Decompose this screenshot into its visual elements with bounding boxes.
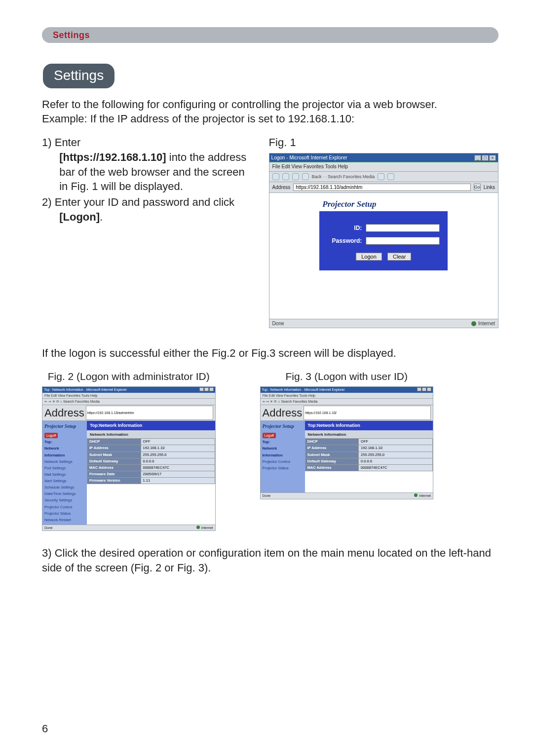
table-row: Default Gateway0.0.0.0 — [87, 458, 215, 464]
logon-buttons: Logon Clear — [327, 253, 440, 261]
sidebar-item[interactable]: Network Settings — [44, 459, 85, 464]
sidebar-item[interactable]: Security Settings — [44, 498, 85, 503]
minimize-icon[interactable] — [199, 387, 204, 391]
table-row: Subnet Mask255.255.255.0 — [305, 452, 433, 458]
ie-address-bar: Address Go Links — [269, 182, 498, 193]
sidebar-item[interactable]: Information — [44, 453, 85, 458]
fig3-main: Top:Network Information Network Informat… — [305, 421, 433, 492]
step-3: 3) Click the desired operation or config… — [42, 546, 498, 575]
steps-list: Enter [https://192.168.1.10] into the ad… — [42, 135, 254, 224]
fig2-address-input[interactable] — [86, 406, 213, 420]
sidebar-item[interactable]: Network — [263, 446, 303, 451]
id-row: ID: — [327, 224, 440, 232]
fig3-address-label: Address — [263, 406, 303, 420]
fig3-subheader: Network Information — [305, 430, 433, 439]
fig2-header: Top:Network Information — [87, 421, 215, 430]
projector-setup-title: Projector Setup — [319, 199, 448, 211]
intro-paragraph: Refer to the following for configuring o… — [42, 97, 498, 126]
step1-a: Enter — [55, 136, 81, 149]
table-row: IP Address192.168.1.10 — [87, 445, 215, 452]
fig2-caption: Fig. 2 (Logon with administrator ID) — [42, 370, 216, 383]
maximize-icon[interactable] — [204, 387, 209, 391]
ie-menubar[interactable]: File Edit View Favorites Tools Help — [269, 162, 498, 172]
step2-a: Enter your ID and password and click — [55, 196, 234, 208]
status-zone-label: Internet — [478, 320, 495, 327]
fig2-toolbar[interactable]: ⇐ ⇒ ✕ ⟳ ⌂ Search Favorites Media — [42, 399, 215, 405]
fig2-menubar[interactable]: File Edit View Favorites Tools Help — [42, 393, 215, 399]
links-label[interactable]: Links — [484, 184, 495, 191]
fig2-main: Top:Network Information Network Informat… — [87, 421, 215, 525]
maximize-icon[interactable] — [422, 387, 426, 391]
sidebar-item[interactable]: Network — [44, 446, 85, 451]
fig3-toolbar[interactable]: ⇐ ⇒ ✕ ⟳ ⌂ Search Favorites Media — [261, 399, 433, 405]
sidebar-item[interactable]: Projector Control — [44, 505, 85, 510]
logon-button[interactable]: Logon — [356, 253, 382, 261]
step1-url: [https://192.168.1.10] — [59, 151, 166, 163]
fig2-table: DHCPOFF IP Address192.168.1.10 Subnet Ma… — [87, 438, 215, 484]
toolbar-labels: Back · · Search Favorites Media — [312, 174, 375, 180]
step2-b: [Logon] — [59, 211, 100, 223]
fig3-status-zone: Internet — [419, 494, 431, 497]
step2-c: . — [100, 211, 103, 223]
logoff-button[interactable]: Logoff — [44, 433, 58, 438]
sidebar-item[interactable]: Date/Time Settings — [44, 491, 85, 496]
forward-icon[interactable] — [282, 173, 289, 180]
close-icon[interactable] — [427, 387, 431, 391]
fig3-header: Top:Network Information — [305, 421, 433, 430]
ie-viewport: Projector Setup ID: Password: Logon Cl — [269, 193, 498, 319]
sidebar-item[interactable]: Port Settings — [44, 466, 85, 471]
sidebar-item[interactable]: Projector Control — [263, 459, 303, 464]
intro-line-1: Refer to the following for configuring o… — [42, 98, 437, 111]
fig3-ie-title: Top : Network Information - Microsoft In… — [262, 387, 345, 392]
refresh-icon[interactable] — [302, 173, 309, 180]
fig3-menubar[interactable]: File Edit View Favorites Tools Help — [261, 393, 433, 399]
table-row: Default Gateway0.0.0.0 — [305, 458, 433, 464]
password-input[interactable] — [366, 237, 440, 245]
ie-toolbar[interactable]: Back · · Search Favorites Media — [269, 172, 498, 182]
id-input[interactable] — [366, 224, 440, 232]
clear-button[interactable]: Clear — [387, 253, 411, 261]
go-button[interactable]: Go — [474, 184, 481, 190]
back-icon[interactable] — [272, 173, 279, 180]
fig3-address-input[interactable] — [304, 406, 431, 420]
fig3-table: DHCPOFF IP Address192.168.1.10 Subnet Ma… — [305, 438, 433, 471]
sidebar-item[interactable]: Top: — [44, 440, 85, 445]
logoff-button[interactable]: Logoff — [263, 433, 276, 438]
fig2-block: Fig. 2 (Logon with administrator ID) Top… — [42, 370, 216, 531]
minimize-icon[interactable] — [417, 387, 421, 391]
section-heading-text: Settings — [54, 68, 104, 83]
fig3-browser-window: Top : Network Information - Microsoft In… — [260, 386, 434, 499]
section-heading-pill: Settings — [43, 64, 114, 88]
table-row: Subnet Mask255.255.255.0 — [87, 452, 215, 458]
sidebar-item[interactable]: Top: — [263, 440, 303, 445]
fig2-status-done: Done — [44, 526, 53, 530]
fig2-ie-title: Top : Network Information - Microsoft In… — [44, 387, 127, 392]
close-icon[interactable] — [209, 387, 214, 391]
table-row: Firmware Version1.11 — [87, 478, 215, 484]
fig3-block: Fig. 3 (Logon with user ID) Top : Networ… — [260, 370, 434, 531]
section-bar-label: Settings — [53, 29, 90, 41]
mail-icon[interactable] — [387, 173, 394, 180]
minimize-icon[interactable]: _ — [474, 155, 481, 161]
window-controls: _ □ × — [474, 155, 496, 161]
fig3-brand: Projector Setup — [263, 423, 303, 430]
table-row: Firmware Date2005/09/17 — [87, 471, 215, 477]
step-2: Enter your ID and password and click [Lo… — [42, 195, 254, 224]
fig1-caption: Fig. 1 — [269, 135, 498, 150]
sidebar-item[interactable]: Alert Settings — [44, 479, 85, 484]
sidebar-item[interactable]: Information — [263, 453, 303, 458]
id-label: ID: — [327, 224, 362, 232]
sidebar-item[interactable]: Mail Settings — [44, 472, 85, 477]
sidebar-item[interactable]: Network Restart — [44, 518, 85, 523]
address-input[interactable] — [293, 184, 470, 191]
table-row: DHCPOFF — [305, 439, 433, 445]
maximize-icon[interactable]: □ — [482, 155, 489, 161]
close-icon[interactable]: × — [489, 155, 496, 161]
logon-success-note: If the logon is successful either the Fi… — [42, 346, 498, 361]
sidebar-item[interactable]: Projector Status — [44, 511, 85, 516]
page-number: 6 — [42, 721, 48, 736]
sidebar-item[interactable]: Schedule Settings — [44, 485, 85, 490]
stop-icon[interactable] — [292, 173, 299, 180]
home-icon[interactable] — [378, 173, 384, 180]
sidebar-item[interactable]: Projector Status — [263, 466, 303, 471]
